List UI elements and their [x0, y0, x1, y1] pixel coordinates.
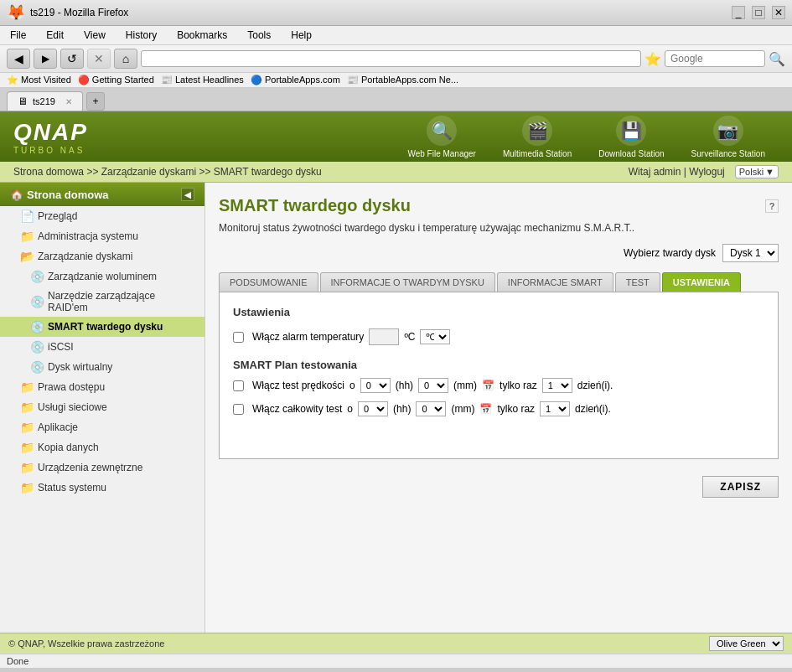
close-btn[interactable]: ✕	[772, 6, 785, 19]
smart-plan-title: SMART Plan testowania	[233, 359, 764, 371]
qnap-app: QNAP Turbo NAS 🔍 Web File Manager 🎬 Mult…	[0, 111, 792, 654]
sidebar-item-smart[interactable]: 💿 SMART twardego dysku	[0, 317, 204, 337]
bookmarks-bar: ⭐ Most Visited 🔴 Getting Started 📰 Lates…	[0, 73, 792, 88]
tab-informacje-dysk[interactable]: INFORMACJE O TWARDYM DYSKU	[320, 272, 495, 292]
full-test-checkbox[interactable]	[233, 404, 244, 415]
sidebar-item-admin[interactable]: 📁 Administracja systemu	[0, 226, 204, 246]
qnap-header: QNAP Turbo NAS 🔍 Web File Manager 🎬 Mult…	[0, 111, 792, 162]
back-button[interactable]: ◀	[7, 49, 30, 69]
speed-day-label: dzień(i).	[577, 380, 613, 391]
copyright-text: © QNAP, Wszelkie prawa zastrzeżone	[8, 638, 164, 649]
new-tab-button[interactable]: +	[86, 92, 105, 111]
sidebar-item-raid[interactable]: 💿 Narzędzie zarządzające RAID'em	[0, 287, 204, 317]
tab-icon: 🖥	[18, 96, 28, 107]
bookmark-most-visited[interactable]: ⭐ Most Visited	[7, 75, 71, 85]
language-arrow-icon: ▼	[765, 167, 774, 177]
minimize-btn[interactable]: _	[732, 6, 745, 19]
sidebar-item-przeglad[interactable]: 📄 Przegląd	[0, 206, 204, 226]
sidebar-item-zarzadzanie[interactable]: 📂 Zarządzanie dyskami	[0, 246, 204, 266]
full-day-select[interactable]: 1	[540, 401, 570, 416]
content-area: SMART twardego dysku ? Monitoruj status …	[205, 183, 792, 633]
bookmark-getting-started[interactable]: 🔴 Getting Started	[78, 75, 154, 85]
temp-alarm-checkbox[interactable]	[233, 332, 244, 343]
info-icon[interactable]: ?	[765, 199, 779, 213]
disk-selector-dropdown[interactable]: Dysk 1	[722, 244, 779, 262]
web-file-manager-icon[interactable]: 🔍 Web File Manager	[394, 111, 489, 163]
menu-edit[interactable]: Edit	[43, 28, 67, 43]
browser-tab-ts219[interactable]: 🖥 ts219 ✕	[7, 91, 83, 111]
tab-close-icon[interactable]: ✕	[65, 97, 72, 106]
sidebar-item-urzadzenia[interactable]: 📁 Urządzenia zewnętrzne	[0, 457, 204, 478]
full-calendar-icon: 📅	[479, 403, 492, 415]
bookmark-portableapps-ne[interactable]: 📰 PortableApps.com Ne...	[347, 75, 458, 85]
menu-help[interactable]: Help	[287, 28, 315, 43]
forward-button[interactable]: ▶	[34, 49, 57, 69]
stop-button[interactable]: ✕	[87, 49, 111, 69]
disk-selector: Wybierz twardy dysk Dysk 1	[219, 244, 779, 262]
browser-menubar: File Edit View History Bookmarks Tools H…	[0, 26, 792, 45]
sidebar-item-woluminem[interactable]: 💿 Zarządzanie woluminem	[0, 266, 204, 287]
status-icon: 📁	[20, 481, 34, 494]
sidebar-item-wirtualny[interactable]: 💿 Dysk wirtualny	[0, 357, 204, 377]
temp-unit-select[interactable]: ºC	[420, 329, 450, 344]
bookmark-portableapps[interactable]: 🔵 PortableApps.com	[251, 75, 340, 85]
menu-tools[interactable]: Tools	[244, 28, 274, 43]
bookmark-latest-headlines[interactable]: 📰 Latest Headlines	[161, 75, 244, 85]
aplikacje-icon: 📁	[20, 421, 34, 434]
raid-icon: 💿	[30, 295, 44, 308]
tab-informacje-smart[interactable]: INFORMACJE SMART	[497, 272, 613, 292]
save-button[interactable]: ZAPISZ	[702, 476, 779, 498]
speed-mm-label: (mm)	[453, 380, 477, 391]
full-day-label: dzień(i).	[575, 403, 611, 415]
home-button[interactable]: ⌂	[114, 49, 137, 69]
sidebar-item-iscsi[interactable]: 💿 iSCSI	[0, 337, 204, 357]
surveillance-station-icon[interactable]: 📷 Surveillance Station	[678, 111, 779, 163]
speed-mm-select[interactable]: 0	[418, 378, 448, 393]
page-title-row: SMART twardego dysku ?	[219, 196, 779, 215]
download-station-icon[interactable]: 💾 Download Station	[585, 111, 677, 163]
tab-panel: Ustawienia Włącz alarm temperatury 50 ºC…	[219, 292, 779, 459]
sidebar-item-kopia[interactable]: 📁 Kopia danych	[0, 437, 204, 457]
menu-history[interactable]: History	[122, 28, 160, 43]
iscsi-icon: 💿	[30, 340, 44, 354]
tab-test[interactable]: TEST	[615, 272, 660, 292]
sidebar-item-prawa[interactable]: 📁 Prawa dostępu	[0, 377, 204, 397]
speed-calendar-icon: 📅	[482, 380, 494, 391]
woluminem-icon: 💿	[30, 270, 44, 283]
full-o-label: o	[347, 403, 353, 415]
search-input[interactable]	[665, 50, 765, 67]
disk-selector-label: Wybierz twardy dysk	[624, 247, 716, 259]
language-selector[interactable]: Polski ▼	[735, 165, 779, 178]
maximize-btn[interactable]: □	[752, 6, 765, 19]
reload-button[interactable]: ↺	[60, 49, 84, 69]
full-hh-select[interactable]: 0	[358, 401, 388, 416]
uslugi-icon: 📁	[20, 401, 34, 414]
menu-view[interactable]: View	[80, 28, 109, 43]
sidebar-item-uslugi[interactable]: 📁 Usługi sieciowe	[0, 397, 204, 417]
qnap-logo: QNAP Turbo NAS	[13, 119, 88, 155]
sidebar-minimize-btn[interactable]: ◀	[181, 188, 194, 201]
temp-value-input[interactable]: 50	[369, 328, 399, 345]
browser-toolbar: ◀ ▶ ↺ ✕ ⌂ http://192.168.0.3:8080/cgi-bi…	[0, 45, 792, 73]
menu-file[interactable]: File	[7, 28, 29, 43]
zarzadzanie-icon: 📂	[20, 250, 34, 263]
address-bar[interactable]: http://192.168.0.3:8080/cgi-bin/index.cg…	[141, 50, 641, 67]
full-mm-select[interactable]: 0	[416, 401, 446, 416]
prawa-icon: 📁	[20, 380, 34, 394]
sidebar-item-aplikacje[interactable]: 📁 Aplikacje	[0, 417, 204, 437]
theme-selector: Olive Green Blue Dark	[709, 636, 784, 651]
sidebar-item-status[interactable]: 📁 Status systemu	[0, 478, 204, 498]
speed-test-checkbox[interactable]	[233, 380, 244, 391]
multimedia-station-icon[interactable]: 🎬 Multimedia Station	[489, 111, 585, 163]
speed-hh-select[interactable]: 0	[360, 378, 391, 393]
temp-unit: ºC	[404, 331, 415, 343]
menu-bookmarks[interactable]: Bookmarks	[173, 28, 230, 43]
urzadzenia-icon: 📁	[20, 461, 34, 474]
search-icon[interactable]: 🔍	[769, 51, 785, 67]
smart-icon: 💿	[30, 320, 44, 333]
speed-day-select[interactable]: 1	[542, 378, 572, 393]
theme-dropdown[interactable]: Olive Green Blue Dark	[709, 636, 784, 651]
tab-podsumowanie[interactable]: PODSUMOWANIE	[219, 272, 318, 292]
tab-ustawienia[interactable]: USTAWIENIA	[662, 272, 741, 292]
browser-title: ts219 - Mozilla Firefox	[30, 7, 723, 18]
